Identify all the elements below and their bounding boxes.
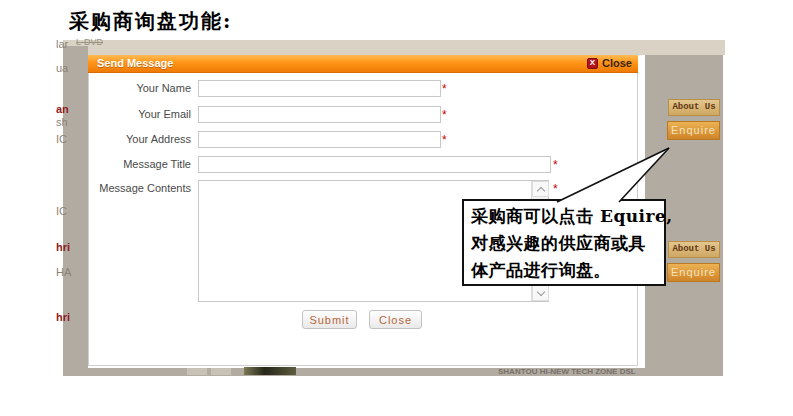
close-button[interactable]: Close — [369, 310, 422, 329]
callout-line: 采购商可以点击 Equire, — [471, 203, 657, 230]
dialog-close-button[interactable]: X Close — [587, 57, 632, 69]
dialog-titlebar: Send Message X Close — [88, 55, 638, 73]
chevron-down-icon — [537, 288, 545, 296]
your-email-label: Your Email — [89, 106, 191, 123]
background-text-fragment: sh — [56, 116, 68, 128]
footer-strip-segment — [187, 368, 207, 375]
your-address-label: Your Address — [89, 131, 191, 148]
background-text-fragment: lar — [56, 38, 68, 50]
message-title-label: Message Title — [89, 156, 191, 173]
message-title-input[interactable] — [198, 156, 551, 173]
background-text-fragment: IC — [56, 205, 67, 217]
your-email-input[interactable] — [198, 106, 441, 123]
required-marker: * — [442, 82, 447, 96]
chevron-up-icon — [537, 187, 545, 195]
background-text-fragment: an — [56, 103, 69, 115]
your-address-input[interactable] — [198, 131, 441, 148]
about-us-button[interactable]: About Us — [668, 241, 720, 258]
required-marker: * — [442, 133, 447, 147]
enquire-button[interactable]: Enquire — [667, 263, 720, 282]
your-name-input[interactable] — [198, 80, 441, 97]
enquire-button[interactable]: Enquire — [667, 121, 720, 140]
required-marker: * — [553, 158, 558, 172]
dialog-title: Send Message — [97, 57, 173, 69]
background-thumbnail-fragment — [244, 367, 296, 375]
scroll-up-button[interactable] — [532, 181, 549, 197]
message-contents-label: Message Contents — [89, 180, 191, 197]
background-text-fragment: L-DVD — [76, 37, 103, 47]
submit-button[interactable]: Submit — [302, 310, 357, 329]
about-us-button[interactable]: About Us — [668, 99, 720, 116]
close-x-icon[interactable]: X — [587, 58, 598, 69]
your-name-label: Your Name — [89, 80, 191, 97]
background-top-bar — [63, 40, 725, 55]
callout-line: 体产品进行询盘。 — [471, 257, 657, 284]
callout-bubble: 采购商可以点击 Equire, 对感兴趣的供应商或具 体产品进行询盘。 — [462, 199, 666, 286]
background-text-fragment: HA — [56, 266, 71, 278]
background-footer-text: SHANTOU HI-NEW TECH ZONE DSL — [498, 367, 636, 376]
background-text-fragment: hri — [56, 241, 70, 253]
background-text-fragment: IC — [56, 133, 67, 145]
background-text-fragment: ua — [56, 62, 68, 74]
background-text-fragment: hri — [56, 311, 70, 323]
required-marker: * — [442, 108, 447, 122]
close-label: Close — [602, 57, 632, 69]
page-title: 采购商询盘功能: — [69, 8, 232, 35]
screenshot-root: 采购商询盘功能: SHANTOU HI-NEW TECH ZONE DSL L-… — [0, 0, 793, 416]
required-marker: * — [553, 182, 558, 196]
scroll-down-button[interactable] — [532, 285, 549, 301]
footer-strip-segment — [211, 368, 231, 375]
callout-line: 对感兴趣的供应商或具 — [471, 230, 657, 257]
